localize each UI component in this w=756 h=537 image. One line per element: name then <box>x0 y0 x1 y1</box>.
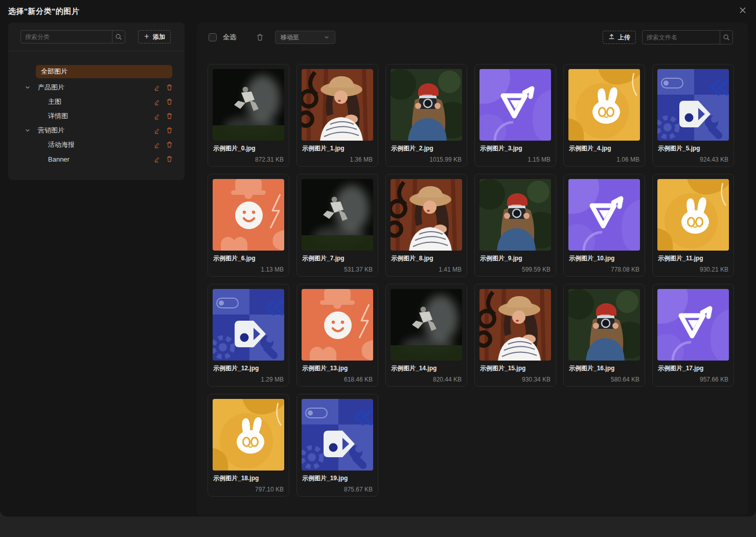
file-size: 1015.99 KB <box>386 153 467 163</box>
image-card[interactable]: 示例图片_7.jpg531.37 KB <box>296 174 378 277</box>
image-card[interactable]: 示例图片_6.jpg1.13 MB <box>208 174 289 277</box>
delete-icon[interactable] <box>166 127 173 134</box>
image-thumbnail[interactable] <box>479 289 551 361</box>
add-category-button[interactable]: 添加 <box>138 30 171 43</box>
category-actions <box>153 155 173 163</box>
category-search-input[interactable] <box>21 31 112 43</box>
chevron-down-icon[interactable] <box>24 83 32 92</box>
file-size: 1.06 MB <box>564 153 645 163</box>
search-icon[interactable] <box>112 31 125 43</box>
image-thumbnail[interactable] <box>657 289 729 361</box>
image-picker-dialog: 选择"新分类"的图片 添加 全部图片产品图片主图详情图营销图片活动海报Banne… <box>0 0 756 517</box>
image-card[interactable]: 示例图片_8.jpg1.41 MB <box>385 174 467 277</box>
edit-icon[interactable] <box>153 155 161 163</box>
image-card[interactable]: 示例图片_0.jpg872.31 KB <box>208 64 289 167</box>
upload-button[interactable]: 上传 <box>603 31 636 44</box>
image-card[interactable]: 示例图片_11.jpg930.21 KB <box>652 174 734 277</box>
image-thumbnail[interactable] <box>302 399 373 471</box>
image-thumbnail[interactable] <box>657 179 729 251</box>
category-item[interactable]: 营销图片 <box>8 123 185 138</box>
image-card[interactable]: 示例图片_16.jpg580.64 KB <box>563 284 645 387</box>
file-size: 930.34 KB <box>475 373 556 383</box>
add-category-label: 添加 <box>153 33 165 41</box>
select-all-checkbox[interactable] <box>209 33 217 41</box>
category-tree: 全部图片产品图片主图详情图营销图片活动海报Banner <box>8 51 185 166</box>
plus-icon <box>144 33 150 41</box>
image-card[interactable]: 示例图片_19.jpg875.67 KB <box>296 394 378 497</box>
file-name: 示例图片_15.jpg <box>475 361 556 373</box>
image-card[interactable]: 示例图片_2.jpg1015.99 KB <box>385 64 467 167</box>
category-item[interactable]: 产品图片 <box>8 80 185 95</box>
image-card[interactable]: 示例图片_1.jpg1.36 MB <box>296 64 378 167</box>
category-item[interactable]: Banner <box>8 152 185 166</box>
edit-icon[interactable] <box>153 84 161 91</box>
image-card[interactable]: 示例图片_18.jpg797.10 KB <box>208 394 289 497</box>
file-size: 1.29 MB <box>208 373 289 383</box>
upload-label: 上传 <box>618 33 630 42</box>
chevron-down-icon <box>324 34 330 40</box>
close-button[interactable] <box>736 5 749 18</box>
file-size: 872.31 KB <box>208 153 289 163</box>
category-item[interactable]: 主图 <box>8 95 185 109</box>
image-thumbnail[interactable] <box>657 69 729 141</box>
image-thumbnail[interactable] <box>391 289 462 361</box>
edit-icon[interactable] <box>153 141 161 148</box>
image-card[interactable]: 示例图片_12.jpg1.29 MB <box>208 284 289 387</box>
delete-icon[interactable] <box>166 155 173 163</box>
image-thumbnail[interactable] <box>391 69 462 141</box>
category-label: 全部图片 <box>41 67 167 76</box>
file-search-group <box>642 30 733 44</box>
image-thumbnail[interactable] <box>302 289 373 361</box>
search-icon[interactable] <box>720 31 732 44</box>
file-name: 示例图片_16.jpg <box>564 361 645 373</box>
image-thumbnail[interactable] <box>302 69 373 141</box>
file-name: 示例图片_0.jpg <box>208 141 289 153</box>
edit-icon[interactable] <box>153 127 161 134</box>
delete-icon[interactable] <box>166 98 173 105</box>
category-item[interactable]: 活动海报 <box>8 138 185 152</box>
upload-icon <box>608 33 615 41</box>
edit-icon[interactable] <box>153 113 161 120</box>
image-thumbnail[interactable] <box>568 289 640 361</box>
image-card[interactable]: 示例图片_9.jpg599.59 KB <box>474 174 556 277</box>
file-search-input[interactable] <box>643 31 720 44</box>
image-thumbnail[interactable] <box>568 69 640 141</box>
file-name: 示例图片_11.jpg <box>653 251 734 263</box>
category-item[interactable]: 全部图片 <box>36 65 172 78</box>
image-card[interactable]: 示例图片_14.jpg820.44 KB <box>385 284 467 387</box>
image-thumbnail[interactable] <box>213 179 284 251</box>
delete-selected-icon[interactable] <box>256 33 264 41</box>
file-name: 示例图片_17.jpg <box>653 361 734 373</box>
image-thumbnail[interactable] <box>391 179 462 251</box>
category-label: 活动海报 <box>48 140 153 149</box>
category-item[interactable]: 详情图 <box>8 109 185 123</box>
image-thumbnail[interactable] <box>213 289 284 361</box>
image-card[interactable]: 示例图片_10.jpg778.08 KB <box>563 174 645 277</box>
image-card[interactable]: 示例图片_15.jpg930.34 KB <box>474 284 556 387</box>
edit-icon[interactable] <box>153 98 161 105</box>
move-to-select[interactable]: 移动至 <box>275 31 335 44</box>
category-search-group <box>20 30 125 43</box>
file-size: 820.44 KB <box>386 373 467 383</box>
image-thumbnail[interactable] <box>568 179 640 251</box>
image-card[interactable]: 示例图片_3.jpg1.15 MB <box>474 64 556 167</box>
category-sidebar: 添加 全部图片产品图片主图详情图营销图片活动海报Banner <box>8 23 185 180</box>
image-card[interactable]: 示例图片_17.jpg957.66 KB <box>652 284 734 387</box>
image-thumbnail[interactable] <box>302 179 373 251</box>
image-thumbnail[interactable] <box>213 399 284 471</box>
image-thumbnail[interactable] <box>479 179 551 251</box>
image-thumbnail[interactable] <box>213 69 284 141</box>
category-label: 详情图 <box>48 111 153 121</box>
image-card[interactable]: 示例图片_5.jpg924.43 KB <box>652 64 734 167</box>
delete-icon[interactable] <box>166 141 173 148</box>
file-name: 示例图片_10.jpg <box>564 251 645 263</box>
delete-icon[interactable] <box>166 84 173 91</box>
file-size: 531.37 KB <box>297 263 378 273</box>
image-card[interactable]: 示例图片_13.jpg618.46 KB <box>296 284 378 387</box>
image-thumbnail[interactable] <box>479 69 551 141</box>
category-label: 主图 <box>48 97 153 106</box>
delete-icon[interactable] <box>166 113 173 120</box>
image-card[interactable]: 示例图片_4.jpg1.06 MB <box>563 64 645 167</box>
file-name: 示例图片_6.jpg <box>208 251 289 263</box>
chevron-down-icon[interactable] <box>24 126 32 135</box>
